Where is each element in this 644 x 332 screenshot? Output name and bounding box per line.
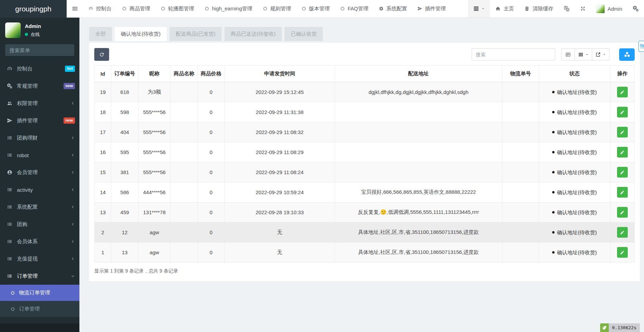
column-header[interactable]: 操作 bbox=[610, 66, 634, 82]
cell-apply_time: 2022-09-29 10:59:24 bbox=[224, 182, 335, 202]
cell-address bbox=[335, 102, 502, 122]
edit-button[interactable] bbox=[617, 187, 628, 198]
sidebar-item-general[interactable]: 常规管理new bbox=[0, 77, 79, 95]
nav-item-faq[interactable]: FAQ管理 bbox=[335, 0, 374, 17]
tab-4[interactable]: 已确认收货 bbox=[285, 27, 323, 41]
app-root: groupingph 控制台商品管理轮播图管理high_earning管理规则管… bbox=[0, 0, 644, 332]
column-header[interactable]: 申请发货时间 bbox=[224, 66, 335, 82]
nav-list-dropdown[interactable] bbox=[468, 0, 490, 17]
sidebar-item-members[interactable]: 会员管理 bbox=[0, 164, 79, 181]
trace-toggle-button[interactable] bbox=[600, 323, 609, 332]
tab-2[interactable]: 配送商品(已发货) bbox=[170, 27, 222, 41]
column-header[interactable]: 昵称 bbox=[138, 66, 171, 82]
edit-button[interactable] bbox=[617, 247, 628, 258]
edit-button[interactable] bbox=[617, 87, 628, 97]
cell-status: 确认地址(待收货) bbox=[539, 142, 610, 162]
detail-view-button[interactable] bbox=[561, 48, 575, 60]
sidebar-toggle-button[interactable] bbox=[67, 0, 83, 17]
nav-item-console[interactable]: 控制台 bbox=[83, 0, 117, 17]
chevron-left-icon bbox=[71, 136, 75, 140]
edit-button[interactable] bbox=[617, 227, 628, 238]
translate-icon bbox=[564, 6, 570, 12]
sidebar-item-addons[interactable]: 插件管理new bbox=[0, 112, 79, 129]
sidebar-item-label: 会员管理 bbox=[17, 169, 71, 176]
column-header[interactable]: Id bbox=[95, 66, 111, 82]
nav-item-addons[interactable]: 插件管理 bbox=[412, 0, 451, 17]
sidebar-item-robot[interactable]: robot bbox=[0, 146, 79, 164]
trace-bar: 0.130622s bbox=[600, 323, 640, 332]
sidebar-item-groupbuy[interactable]: 团购 bbox=[0, 216, 79, 233]
sidebar-item-system-config[interactable]: 系统配置 bbox=[0, 198, 79, 216]
nav-item-system-config[interactable]: 系统配置 bbox=[374, 0, 412, 17]
table-row: 16595555****5602022-09-29 11:08:29确认地址(待… bbox=[95, 142, 635, 162]
gears-icon bbox=[633, 6, 639, 12]
table-panel: Id订单编号昵称商品名称商品价格申请发货时间配送地址物流单号状态操作 19618… bbox=[89, 43, 640, 281]
pencil-icon bbox=[620, 110, 625, 115]
column-header[interactable]: 商品名称 bbox=[171, 66, 198, 82]
orders-table: Id订单编号昵称商品名称商品价格申请发货时间配送地址物流单号状态操作 19618… bbox=[94, 65, 635, 263]
cell-operation bbox=[610, 162, 634, 182]
nav-config[interactable] bbox=[627, 0, 644, 17]
list-icon bbox=[6, 256, 13, 262]
sidebar-item-label: 订单管理 bbox=[17, 273, 71, 279]
sidebar-item-order-manage[interactable]: 订单管理 bbox=[0, 267, 79, 285]
avatar[interactable] bbox=[5, 22, 21, 38]
pencil-icon bbox=[620, 190, 625, 195]
refresh-button[interactable] bbox=[94, 48, 109, 61]
sidebar-subitem-orders[interactable]: 订单管理 bbox=[0, 301, 79, 317]
nav-item-banner[interactable]: 轮播图管理 bbox=[155, 0, 199, 17]
nav-translate[interactable] bbox=[558, 0, 575, 17]
netdisk-button[interactable] bbox=[619, 48, 635, 61]
nav-item-version[interactable]: 版本管理 bbox=[296, 0, 335, 17]
cell-nickname: 555****56 bbox=[138, 122, 171, 142]
status-dot-icon bbox=[552, 91, 555, 93]
sidebar-item-label: 会员体系 bbox=[17, 238, 71, 245]
column-header[interactable]: 配送地址 bbox=[335, 66, 502, 82]
cell-address: 反反复复,🙂,低调低调,5556,555,1111,131123445,rrrr bbox=[335, 202, 502, 222]
nav-user-menu[interactable]: Admin bbox=[591, 0, 627, 17]
columns-dropdown-button[interactable] bbox=[575, 48, 592, 60]
column-header[interactable]: 商品价格 bbox=[198, 66, 224, 82]
sidebar-item-recharge-withdraw[interactable]: 充值提现 bbox=[0, 250, 79, 267]
cell-nickname: 555****56 bbox=[138, 162, 171, 182]
tab-1[interactable]: 确认地址(待收货) bbox=[115, 27, 167, 41]
user-icon bbox=[6, 170, 13, 175]
tab-0[interactable]: 全部 bbox=[89, 27, 112, 41]
nav-fullscreen[interactable] bbox=[575, 0, 591, 17]
edit-button[interactable] bbox=[617, 107, 628, 117]
drag-handle[interactable]: 拖 bbox=[638, 41, 644, 52]
column-header[interactable]: 物流单号 bbox=[502, 66, 539, 82]
cell-status: 确认地址(待收货) bbox=[539, 122, 610, 142]
sidebar-item-auth[interactable]: 权限管理 bbox=[0, 95, 79, 112]
sidebar-user-panel: Admin 在线 bbox=[0, 18, 79, 41]
sidebar-item-groupbuy-finance[interactable]: 团购理财 bbox=[0, 129, 79, 146]
nav-item-goods[interactable]: 商品管理 bbox=[117, 0, 155, 17]
sidebar-item-member-system[interactable]: 会员体系 bbox=[0, 233, 79, 250]
sidebar-item-activity[interactable]: activity bbox=[0, 181, 79, 198]
sidebar-search-input[interactable] bbox=[9, 47, 78, 53]
export-dropdown-button[interactable] bbox=[592, 48, 609, 60]
pencil-icon bbox=[620, 170, 625, 175]
nav-item-high-earning[interactable]: high_earning管理 bbox=[199, 0, 258, 17]
cell-price: 0 bbox=[198, 122, 224, 142]
sidebar-subitem-logistics-orders[interactable]: 物流订单管理 bbox=[0, 285, 79, 301]
nav-clear-cache[interactable]: 清除缓存 bbox=[519, 0, 558, 17]
nav-item-rules[interactable]: 规则管理 bbox=[258, 0, 296, 17]
edit-button[interactable] bbox=[617, 167, 628, 178]
brand-logo[interactable]: groupingph bbox=[0, 0, 67, 18]
column-header[interactable]: 订单编号 bbox=[111, 66, 138, 82]
circle-icon bbox=[340, 6, 345, 11]
column-header[interactable]: 状态 bbox=[539, 66, 610, 82]
status-dot-icon bbox=[552, 171, 555, 173]
tab-3[interactable]: 商品已送达(待签收) bbox=[224, 27, 282, 41]
nav-home[interactable]: 主页 bbox=[490, 0, 519, 17]
cell-id: 17 bbox=[95, 122, 111, 142]
edit-button[interactable] bbox=[617, 147, 628, 158]
sidebar-item-console[interactable]: 控制台hot bbox=[0, 60, 79, 77]
edit-button[interactable] bbox=[617, 127, 628, 137]
table-search-input[interactable] bbox=[472, 48, 555, 60]
export-icon bbox=[595, 52, 601, 57]
edit-button[interactable] bbox=[617, 207, 628, 218]
list-icon bbox=[6, 135, 13, 141]
status-dot-icon bbox=[552, 191, 555, 193]
